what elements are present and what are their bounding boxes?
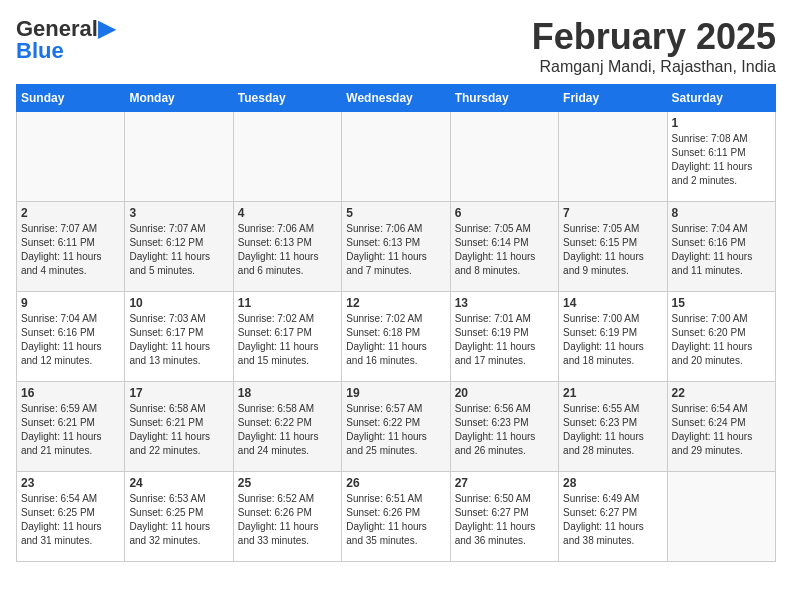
day-number: 1: [672, 116, 771, 130]
day-cell: 22Sunrise: 6:54 AM Sunset: 6:24 PM Dayli…: [667, 382, 775, 472]
day-cell: 14Sunrise: 7:00 AM Sunset: 6:19 PM Dayli…: [559, 292, 667, 382]
day-number: 23: [21, 476, 120, 490]
day-cell: 4Sunrise: 7:06 AM Sunset: 6:13 PM Daylig…: [233, 202, 341, 292]
day-number: 27: [455, 476, 554, 490]
day-number: 28: [563, 476, 662, 490]
day-info: Sunrise: 6:54 AM Sunset: 6:24 PM Dayligh…: [672, 402, 771, 458]
day-cell: 26Sunrise: 6:51 AM Sunset: 6:26 PM Dayli…: [342, 472, 450, 562]
day-info: Sunrise: 6:55 AM Sunset: 6:23 PM Dayligh…: [563, 402, 662, 458]
day-info: Sunrise: 6:52 AM Sunset: 6:26 PM Dayligh…: [238, 492, 337, 548]
day-cell: 19Sunrise: 6:57 AM Sunset: 6:22 PM Dayli…: [342, 382, 450, 472]
day-number: 18: [238, 386, 337, 400]
day-info: Sunrise: 7:00 AM Sunset: 6:20 PM Dayligh…: [672, 312, 771, 368]
day-cell: [17, 112, 125, 202]
day-number: 9: [21, 296, 120, 310]
day-info: Sunrise: 7:04 AM Sunset: 6:16 PM Dayligh…: [672, 222, 771, 278]
day-info: Sunrise: 6:57 AM Sunset: 6:22 PM Dayligh…: [346, 402, 445, 458]
day-cell: [125, 112, 233, 202]
day-info: Sunrise: 7:08 AM Sunset: 6:11 PM Dayligh…: [672, 132, 771, 188]
day-number: 16: [21, 386, 120, 400]
day-number: 26: [346, 476, 445, 490]
day-cell: 23Sunrise: 6:54 AM Sunset: 6:25 PM Dayli…: [17, 472, 125, 562]
calendar-title: February 2025: [532, 16, 776, 58]
week-row-5: 23Sunrise: 6:54 AM Sunset: 6:25 PM Dayli…: [17, 472, 776, 562]
day-info: Sunrise: 7:03 AM Sunset: 6:17 PM Dayligh…: [129, 312, 228, 368]
day-cell: 11Sunrise: 7:02 AM Sunset: 6:17 PM Dayli…: [233, 292, 341, 382]
day-cell: 9Sunrise: 7:04 AM Sunset: 6:16 PM Daylig…: [17, 292, 125, 382]
day-info: Sunrise: 7:06 AM Sunset: 6:13 PM Dayligh…: [238, 222, 337, 278]
day-number: 4: [238, 206, 337, 220]
day-number: 22: [672, 386, 771, 400]
day-cell: [667, 472, 775, 562]
day-info: Sunrise: 7:05 AM Sunset: 6:15 PM Dayligh…: [563, 222, 662, 278]
day-cell: 20Sunrise: 6:56 AM Sunset: 6:23 PM Dayli…: [450, 382, 558, 472]
day-cell: 15Sunrise: 7:00 AM Sunset: 6:20 PM Dayli…: [667, 292, 775, 382]
day-info: Sunrise: 7:07 AM Sunset: 6:11 PM Dayligh…: [21, 222, 120, 278]
day-cell: [342, 112, 450, 202]
day-number: 13: [455, 296, 554, 310]
page-header: General▶ Blue February 2025 Ramganj Mand…: [16, 16, 776, 76]
day-info: Sunrise: 6:58 AM Sunset: 6:21 PM Dayligh…: [129, 402, 228, 458]
day-info: Sunrise: 7:00 AM Sunset: 6:19 PM Dayligh…: [563, 312, 662, 368]
day-number: 14: [563, 296, 662, 310]
day-number: 6: [455, 206, 554, 220]
day-cell: 24Sunrise: 6:53 AM Sunset: 6:25 PM Dayli…: [125, 472, 233, 562]
day-number: 25: [238, 476, 337, 490]
day-cell: 28Sunrise: 6:49 AM Sunset: 6:27 PM Dayli…: [559, 472, 667, 562]
day-info: Sunrise: 6:56 AM Sunset: 6:23 PM Dayligh…: [455, 402, 554, 458]
day-cell: [450, 112, 558, 202]
day-cell: 18Sunrise: 6:58 AM Sunset: 6:22 PM Dayli…: [233, 382, 341, 472]
day-number: 20: [455, 386, 554, 400]
day-cell: 7Sunrise: 7:05 AM Sunset: 6:15 PM Daylig…: [559, 202, 667, 292]
day-number: 2: [21, 206, 120, 220]
day-cell: 13Sunrise: 7:01 AM Sunset: 6:19 PM Dayli…: [450, 292, 558, 382]
day-info: Sunrise: 7:04 AM Sunset: 6:16 PM Dayligh…: [21, 312, 120, 368]
week-row-4: 16Sunrise: 6:59 AM Sunset: 6:21 PM Dayli…: [17, 382, 776, 472]
day-number: 12: [346, 296, 445, 310]
day-info: Sunrise: 7:05 AM Sunset: 6:14 PM Dayligh…: [455, 222, 554, 278]
day-cell: 10Sunrise: 7:03 AM Sunset: 6:17 PM Dayli…: [125, 292, 233, 382]
header-thursday: Thursday: [450, 85, 558, 112]
calendar-subtitle: Ramganj Mandi, Rajasthan, India: [532, 58, 776, 76]
day-info: Sunrise: 7:02 AM Sunset: 6:18 PM Dayligh…: [346, 312, 445, 368]
header-monday: Monday: [125, 85, 233, 112]
header-tuesday: Tuesday: [233, 85, 341, 112]
day-number: 5: [346, 206, 445, 220]
day-cell: 3Sunrise: 7:07 AM Sunset: 6:12 PM Daylig…: [125, 202, 233, 292]
day-number: 11: [238, 296, 337, 310]
day-number: 10: [129, 296, 228, 310]
week-row-3: 9Sunrise: 7:04 AM Sunset: 6:16 PM Daylig…: [17, 292, 776, 382]
day-cell: 8Sunrise: 7:04 AM Sunset: 6:16 PM Daylig…: [667, 202, 775, 292]
logo-blue: Blue: [16, 38, 64, 63]
header-saturday: Saturday: [667, 85, 775, 112]
calendar-header-row: SundayMondayTuesdayWednesdayThursdayFrid…: [17, 85, 776, 112]
day-number: 7: [563, 206, 662, 220]
day-cell: 12Sunrise: 7:02 AM Sunset: 6:18 PM Dayli…: [342, 292, 450, 382]
day-info: Sunrise: 6:59 AM Sunset: 6:21 PM Dayligh…: [21, 402, 120, 458]
logo: General▶ Blue: [16, 16, 115, 64]
day-number: 19: [346, 386, 445, 400]
week-row-2: 2Sunrise: 7:07 AM Sunset: 6:11 PM Daylig…: [17, 202, 776, 292]
day-number: 8: [672, 206, 771, 220]
day-info: Sunrise: 6:58 AM Sunset: 6:22 PM Dayligh…: [238, 402, 337, 458]
day-info: Sunrise: 6:54 AM Sunset: 6:25 PM Dayligh…: [21, 492, 120, 548]
header-wednesday: Wednesday: [342, 85, 450, 112]
day-cell: 1Sunrise: 7:08 AM Sunset: 6:11 PM Daylig…: [667, 112, 775, 202]
day-cell: 2Sunrise: 7:07 AM Sunset: 6:11 PM Daylig…: [17, 202, 125, 292]
week-row-1: 1Sunrise: 7:08 AM Sunset: 6:11 PM Daylig…: [17, 112, 776, 202]
day-cell: 27Sunrise: 6:50 AM Sunset: 6:27 PM Dayli…: [450, 472, 558, 562]
day-cell: 17Sunrise: 6:58 AM Sunset: 6:21 PM Dayli…: [125, 382, 233, 472]
day-info: Sunrise: 6:49 AM Sunset: 6:27 PM Dayligh…: [563, 492, 662, 548]
day-cell: 16Sunrise: 6:59 AM Sunset: 6:21 PM Dayli…: [17, 382, 125, 472]
day-cell: [559, 112, 667, 202]
day-cell: 5Sunrise: 7:06 AM Sunset: 6:13 PM Daylig…: [342, 202, 450, 292]
day-info: Sunrise: 7:02 AM Sunset: 6:17 PM Dayligh…: [238, 312, 337, 368]
day-info: Sunrise: 6:53 AM Sunset: 6:25 PM Dayligh…: [129, 492, 228, 548]
day-info: Sunrise: 6:51 AM Sunset: 6:26 PM Dayligh…: [346, 492, 445, 548]
day-info: Sunrise: 7:01 AM Sunset: 6:19 PM Dayligh…: [455, 312, 554, 368]
day-number: 21: [563, 386, 662, 400]
day-cell: 6Sunrise: 7:05 AM Sunset: 6:14 PM Daylig…: [450, 202, 558, 292]
title-section: February 2025 Ramganj Mandi, Rajasthan, …: [532, 16, 776, 76]
calendar-table: SundayMondayTuesdayWednesdayThursdayFrid…: [16, 84, 776, 562]
day-cell: 21Sunrise: 6:55 AM Sunset: 6:23 PM Dayli…: [559, 382, 667, 472]
